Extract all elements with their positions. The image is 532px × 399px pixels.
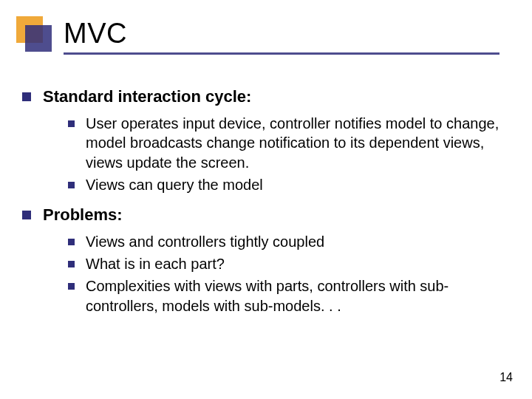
bullet-item-text: Views can query the model [86,177,263,193]
slide-title: MVC [64,18,499,50]
bullet-heading-text: Problems: [43,205,123,224]
bullet-sublist: User operates input device, controller n… [22,114,510,195]
bullet-sublist: Views and controllers tightly coupled Wh… [22,232,510,316]
bullet-item-text: Complexities with views with parts, cont… [86,278,449,313]
bullet-item: What is in each part? [68,254,510,273]
slide: MVC Standard interaction cycle: User ope… [0,0,532,399]
bullet-item-text: User operates input device, controller n… [86,115,499,171]
logo-icon [16,16,58,52]
bullet-heading: Problems: [22,205,510,225]
bullet-item: Views and controllers tightly coupled [68,232,510,251]
title-underline [64,52,499,55]
bullet-heading: Standard interaction cycle: [22,87,510,106]
bullet-item: User operates input device, controller n… [68,114,510,172]
bullet-item: Views can query the model [68,175,510,194]
bullet-item-text: Views and controllers tightly coupled [86,233,324,250]
bullet-item: Complexities with views with parts, cont… [68,276,510,316]
bullet-heading-text: Standard interaction cycle: [43,87,251,106]
bullet-item-text: What is in each part? [86,256,225,272]
slide-body: Standard interaction cycle: User operate… [22,87,510,326]
title-block: MVC [64,18,499,55]
page-number: 14 [499,371,513,384]
